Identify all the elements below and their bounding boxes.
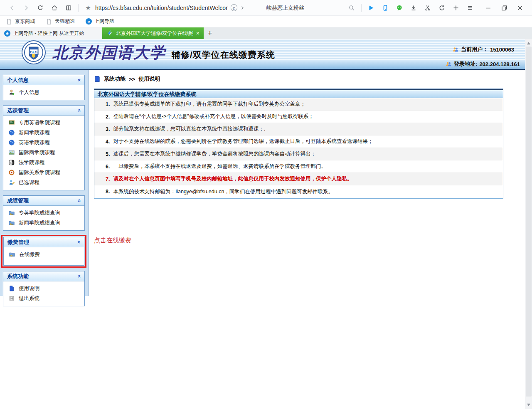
url-text[interactable]: https://cs.bfsu.edu.cn/tuition/student/S… bbox=[95, 5, 228, 11]
exit-icon bbox=[8, 295, 15, 302]
item-number: 3. bbox=[106, 126, 110, 132]
sidebar-item-label: 在线缴费 bbox=[19, 251, 40, 258]
scroll-down-arrow-icon[interactable] bbox=[527, 404, 530, 406]
sidebar-item-user-guide[interactable]: 使用说明 bbox=[3, 283, 84, 293]
sidebar-item-label: 新闻学院课程 bbox=[19, 129, 50, 136]
new-tab-button[interactable] bbox=[204, 27, 216, 39]
search-keyword[interactable]: 峻赫恋上女粉丝 bbox=[266, 4, 304, 12]
bookmark-jd[interactable]: 京东商城 bbox=[6, 18, 35, 25]
undo-icon bbox=[438, 5, 445, 11]
page-body: 个人信息 个人信息 选课管理 bbox=[0, 70, 525, 296]
sidebar: 个人信息 个人信息 选课管理 bbox=[0, 70, 89, 296]
collapse-chevron-icon[interactable] bbox=[76, 199, 83, 202]
panel-title: 个人信息 bbox=[7, 76, 29, 84]
minimize-button[interactable] bbox=[480, 2, 496, 14]
wechat-icon bbox=[396, 5, 403, 11]
sidebar-item-personal-info[interactable]: 个人信息 bbox=[3, 87, 84, 97]
person-writing-icon bbox=[8, 179, 15, 186]
star-icon bbox=[85, 4, 91, 12]
sidebar-item-label: 已选课程 bbox=[19, 179, 39, 186]
sidebar-item-law-school-courses[interactable]: 法学院课程 bbox=[3, 158, 84, 168]
compat-mode-icon[interactable]: e bbox=[231, 4, 237, 11]
sidebar-item-online-payment[interactable]: 在线缴费 bbox=[4, 249, 84, 259]
sidebar-item-international-relations-courses[interactable]: 国际关系学院课程 bbox=[3, 168, 84, 177]
hamburger-icon bbox=[467, 5, 473, 11]
downloads-button[interactable] bbox=[406, 2, 421, 14]
sidebar-item-logout[interactable]: 退出系统 bbox=[3, 293, 84, 303]
refresh-button[interactable] bbox=[33, 2, 47, 14]
breadcrumb-section[interactable]: 系统功能 bbox=[104, 75, 126, 83]
back-icon bbox=[9, 5, 15, 11]
instruction-item-6: 6. 一旦缴费后，本系统不支持在线退选及退费，如需退选、退费请联系所在学院教务管… bbox=[94, 160, 503, 173]
breadcrumb-separator: >> bbox=[129, 76, 135, 82]
welcome-panel: 北京外国语大学辅修/双学位在线缴费系统 1. 系统已提供专英成绩单的下载打印，请… bbox=[94, 89, 503, 199]
home-button[interactable] bbox=[47, 2, 62, 14]
instruction-item-2: 2. 登陆后请在“个人信息->个人信息”修改或补充个人信息，以便需要时及时与您取… bbox=[94, 111, 503, 123]
bookmark-tmall[interactable]: 天猫精选 bbox=[46, 18, 75, 25]
item-number: 8. bbox=[106, 189, 110, 195]
panel-header-system[interactable]: 系统功能 bbox=[3, 271, 84, 281]
item-text: 系统已提供专英成绩单的下载打印，请有需要的同学下载打印后到专英办公室盖章； bbox=[113, 101, 305, 108]
wechat-button[interactable] bbox=[392, 2, 406, 14]
panel-header-course-selection[interactable]: 选课管理 bbox=[3, 106, 84, 116]
collapse-chevron-icon[interactable] bbox=[76, 79, 83, 81]
url-expand-button[interactable] bbox=[237, 2, 247, 14]
bookmark-nav[interactable]: 上网导航 bbox=[86, 18, 114, 25]
sidebar-item-english-program-grades[interactable]: 专英学院成绩查询 bbox=[3, 208, 84, 218]
users-icon bbox=[445, 61, 452, 67]
reading-mode-button[interactable] bbox=[62, 2, 76, 14]
panel-header-grades[interactable]: 成绩管理 bbox=[3, 196, 84, 206]
sidebar-panel-grades: 成绩管理 专英学院成绩查询 新闻学院成绩查询 bbox=[3, 195, 85, 231]
tab-bfsu-payment-active[interactable]: 北京外国语大学辅修/双学位在线缴费系统 bbox=[102, 27, 204, 39]
collapse-chevron-icon[interactable] bbox=[76, 241, 82, 244]
sidebar-item-label: 专英学院成绩查询 bbox=[19, 209, 60, 217]
instruction-item-4: 4. 对于不支持在线选课的院系，您需要到所在学院教务管理部门选课，选课截止日后，… bbox=[94, 136, 503, 148]
instruction-item-8: 8. 本系统的技术支持邮箱为：liangye@bfsu.edu.cn，同学们在使… bbox=[94, 185, 503, 198]
item-text: 对于不支持在线选课的院系，您需要到所在学院教务管理部门选课，选课截止日后，可登陆… bbox=[113, 138, 373, 145]
search-button[interactable] bbox=[345, 2, 359, 14]
item-text: 请及时在个人信息页面中填写手机号及校内邮箱地址，此信息仅用于校内发放通知使用，保… bbox=[113, 175, 352, 182]
back-button[interactable] bbox=[5, 2, 19, 14]
item-text: 部分院系支持在线选课，您可以直接在本系统中直接选课和退课；. bbox=[113, 126, 265, 133]
tab-title: 北京外国语大学辅修/双学位在线缴费系统 bbox=[116, 30, 193, 37]
sidebar-panel-payment: 缴费管理 在线缴费 bbox=[3, 237, 84, 266]
sidebar-item-label: 新闻学院成绩查询 bbox=[19, 219, 60, 227]
screenshot-button[interactable] bbox=[421, 2, 435, 14]
sidebar-item-selected-courses[interactable]: 已选课程 bbox=[3, 177, 84, 187]
tab-close-icon[interactable] bbox=[196, 30, 200, 37]
scrollbar-thumb[interactable] bbox=[526, 47, 532, 397]
tab-navigation-page[interactable]: 上网导航 - 轻快上网 从这里开始 bbox=[0, 27, 102, 39]
vertical-scrollbar[interactable] bbox=[525, 39, 532, 409]
undo-button[interactable] bbox=[435, 2, 449, 14]
panel-header-payment[interactable]: 缴费管理 bbox=[4, 237, 84, 247]
menu-button[interactable] bbox=[463, 2, 477, 14]
sidebar-item-journalism-grades[interactable]: 新闻学院成绩查询 bbox=[3, 218, 84, 228]
address-bar[interactable]: https://cs.bfsu.edu.cn/tuition/student/S… bbox=[81, 2, 247, 14]
folder-key-icon bbox=[9, 251, 15, 258]
scroll-up-arrow-icon[interactable] bbox=[527, 42, 530, 44]
collapse-chevron-icon[interactable] bbox=[76, 109, 83, 112]
collapse-chevron-icon[interactable] bbox=[76, 275, 83, 278]
login-address-label: 登录地址: bbox=[454, 60, 477, 68]
sidebar-item-business-school-courses[interactable]: 国际商学院课程 bbox=[3, 148, 84, 158]
book-icon bbox=[65, 5, 72, 11]
forward-button[interactable] bbox=[19, 2, 33, 14]
login-address-row: 登录地址: 202.204.128.161 bbox=[445, 60, 520, 68]
new-button[interactable] bbox=[449, 2, 463, 14]
close-button[interactable] bbox=[512, 2, 528, 14]
panel-title: 系统功能 bbox=[7, 273, 29, 280]
favorite-button[interactable] bbox=[81, 2, 95, 14]
chat-ball-icon bbox=[8, 139, 15, 146]
search-box[interactable]: 峻赫恋上女粉丝 bbox=[266, 2, 359, 14]
current-user-label: 当前用户： bbox=[461, 46, 488, 53]
sidebar-item-journalism-courses[interactable]: 新闻学院课程 bbox=[3, 128, 84, 138]
sidebar-item-english-program-courses[interactable]: 专用英语学院课程 bbox=[3, 118, 84, 128]
panel-header-personal-info[interactable]: 个人信息 bbox=[3, 75, 84, 85]
sidebar-item-label: 国际关系学院课程 bbox=[19, 169, 60, 176]
mobile-sync-button[interactable] bbox=[378, 2, 392, 14]
restore-button[interactable] bbox=[496, 2, 512, 14]
sidebar-item-english-school-courses[interactable]: 英语学院课程 bbox=[3, 138, 84, 148]
item-number: 4. bbox=[106, 139, 110, 145]
phone-icon bbox=[382, 5, 389, 11]
video-button[interactable] bbox=[364, 2, 378, 14]
